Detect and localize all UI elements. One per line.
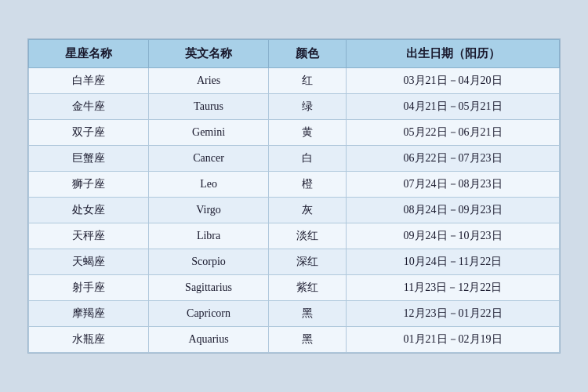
cell-chinese: 巨蟹座 xyxy=(29,146,149,172)
cell-chinese: 狮子座 xyxy=(29,172,149,198)
cell-english: Capricorn xyxy=(149,301,269,327)
cell-chinese: 摩羯座 xyxy=(29,301,149,327)
col-header-color: 颜色 xyxy=(269,40,347,68)
cell-chinese: 天蝎座 xyxy=(29,249,149,275)
cell-english: Leo xyxy=(149,172,269,198)
cell-color: 深红 xyxy=(269,249,347,275)
cell-dates: 10月24日－11月22日 xyxy=(347,249,560,275)
cell-english: Aquarius xyxy=(149,327,269,353)
cell-chinese: 金牛座 xyxy=(29,94,149,120)
table-header-row: 星座名称 英文名称 颜色 出生日期（阳历） xyxy=(29,40,560,68)
cell-english: Scorpio xyxy=(149,249,269,275)
table-row: 狮子座Leo橙07月24日－08月23日 xyxy=(29,172,560,198)
cell-color: 灰 xyxy=(269,198,347,223)
cell-color: 黄 xyxy=(269,120,347,146)
cell-chinese: 处女座 xyxy=(29,198,149,223)
cell-color: 黑 xyxy=(269,301,347,327)
table-row: 双子座Gemini黄05月22日－06月21日 xyxy=(29,120,560,146)
cell-chinese: 射手座 xyxy=(29,275,149,301)
cell-dates: 11月23日－12月22日 xyxy=(347,275,560,301)
cell-dates: 09月24日－10月23日 xyxy=(347,223,560,249)
col-header-english: 英文名称 xyxy=(149,40,269,68)
cell-color: 红 xyxy=(269,68,347,94)
cell-color: 淡红 xyxy=(269,223,347,249)
cell-english: Virgo xyxy=(149,198,269,223)
cell-dates: 06月22日－07月23日 xyxy=(347,146,560,172)
table-row: 天蝎座Scorpio深红10月24日－11月22日 xyxy=(29,249,560,275)
zodiac-table-container: 星座名称 英文名称 颜色 出生日期（阳历） 白羊座Aries红03月21日－04… xyxy=(27,38,561,354)
cell-dates: 08月24日－09月23日 xyxy=(347,198,560,223)
col-header-chinese: 星座名称 xyxy=(29,40,149,68)
table-row: 水瓶座Aquarius黑01月21日－02月19日 xyxy=(29,327,560,353)
cell-english: Aries xyxy=(149,68,269,94)
cell-color: 白 xyxy=(269,146,347,172)
table-row: 白羊座Aries红03月21日－04月20日 xyxy=(29,68,560,94)
table-row: 射手座Sagittarius紫红11月23日－12月22日 xyxy=(29,275,560,301)
cell-chinese: 双子座 xyxy=(29,120,149,146)
table-body: 白羊座Aries红03月21日－04月20日金牛座Taurus绿04月21日－0… xyxy=(29,68,560,353)
table-row: 巨蟹座Cancer白06月22日－07月23日 xyxy=(29,146,560,172)
cell-dates: 04月21日－05月21日 xyxy=(347,94,560,120)
table-row: 天秤座Libra淡红09月24日－10月23日 xyxy=(29,223,560,249)
cell-english: Sagittarius xyxy=(149,275,269,301)
table-row: 处女座Virgo灰08月24日－09月23日 xyxy=(29,198,560,223)
zodiac-table: 星座名称 英文名称 颜色 出生日期（阳历） 白羊座Aries红03月21日－04… xyxy=(28,39,560,353)
table-row: 摩羯座Capricorn黑12月23日－01月22日 xyxy=(29,301,560,327)
cell-color: 绿 xyxy=(269,94,347,120)
cell-color: 紫红 xyxy=(269,275,347,301)
cell-english: Cancer xyxy=(149,146,269,172)
cell-dates: 01月21日－02月19日 xyxy=(347,327,560,353)
cell-english: Libra xyxy=(149,223,269,249)
cell-chinese: 水瓶座 xyxy=(29,327,149,353)
col-header-dates: 出生日期（阳历） xyxy=(347,40,560,68)
cell-chinese: 天秤座 xyxy=(29,223,149,249)
table-row: 金牛座Taurus绿04月21日－05月21日 xyxy=(29,94,560,120)
cell-dates: 07月24日－08月23日 xyxy=(347,172,560,198)
cell-color: 黑 xyxy=(269,327,347,353)
cell-color: 橙 xyxy=(269,172,347,198)
cell-dates: 03月21日－04月20日 xyxy=(347,68,560,94)
cell-chinese: 白羊座 xyxy=(29,68,149,94)
cell-dates: 12月23日－01月22日 xyxy=(347,301,560,327)
cell-dates: 05月22日－06月21日 xyxy=(347,120,560,146)
cell-english: Gemini xyxy=(149,120,269,146)
cell-english: Taurus xyxy=(149,94,269,120)
